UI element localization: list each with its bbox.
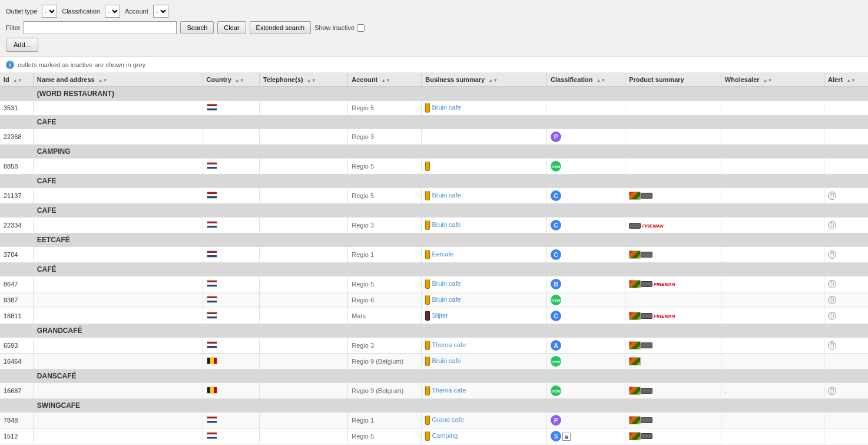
business-link[interactable]: Bruin cafe [432,192,461,199]
cell-alert: ⏱ [824,188,868,204]
table-row[interactable]: 9387 Regio 6 Bruin cafe new ⏱ [0,292,868,308]
filter-input[interactable] [24,21,177,34]
table-row[interactable]: 8647 Regio 5 Bruin cafe B FIREMAN ⏱ [0,276,868,292]
clock-icon[interactable]: ⏱ [828,250,836,259]
business-link[interactable]: Eetcafe [432,250,453,258]
cell-alert: ⏱ [824,383,868,399]
table-row[interactable]: 7848 Regio 1 Grand cafe P [0,413,868,428]
table-row[interactable]: 22368 Regio 3 P [0,129,868,145]
table-row[interactable]: 8858 Regio 5 new [0,159,868,174]
business-link[interactable]: Bruin cafe [432,104,461,111]
flag-nl [207,162,217,169]
clock-icon[interactable]: ⏱ [828,192,836,200]
category-row: CAFE [0,204,868,217]
cell-name [33,338,203,354]
product-tank-icon [641,342,652,348]
cell-id: 3531 [0,101,33,116]
outlet-type-select[interactable]: - [42,5,57,18]
table-row[interactable]: 21137 Regio 5 Bruin cafe C ⏱ [0,188,868,204]
wine-icon [425,311,430,321]
table-header: Id ▲▼ Name and address ▲▼ Country ▲▼ Tel… [0,73,868,87]
category-id [0,370,33,383]
col-header-classification[interactable]: Classification ▲▼ [547,73,625,87]
info-bar: i outlets marked as inactive are shown i… [0,57,868,73]
business-link[interactable]: Bruin cafe [432,296,461,303]
classification-select[interactable]: - [105,5,120,18]
category-id [0,204,33,217]
col-header-wholesaler[interactable]: Wholesaler ▲▼ [721,73,824,87]
table-row[interactable]: 3704 Regio 1 Eetcafe C ⏱ [0,247,868,263]
clock-icon[interactable]: ⏱ [828,341,836,350]
table-row[interactable]: 1512 Regio 5 Camping S▦ [0,428,868,444]
col-header-name[interactable]: Name and address ▲▼ [33,73,203,87]
table-row[interactable]: 6593 Regio 3 Thema cafe A ⏱ [0,338,868,354]
search-button[interactable]: Search [180,21,214,34]
cell-product: FIREMAN [625,276,721,292]
cell-business: Thema cafe [422,338,547,354]
business-link[interactable]: Bruin cafe [432,357,461,364]
cell-classification: B [547,276,625,292]
extended-search-button[interactable]: Extended search [250,21,312,34]
category-id [0,116,33,129]
add-button[interactable]: Add... [6,38,38,52]
badge-c: C [551,249,561,260]
col-header-business[interactable]: Business summary ▲▼ [422,73,547,87]
classification-label: Classification [62,8,100,15]
table-row[interactable]: 18811 Mats Slijter C FIREMAN ⏱ [0,308,868,324]
clear-button[interactable]: Clear [217,21,246,34]
table-row[interactable]: 3531 Regio 5 Bruin cafe [0,101,868,116]
beer-icon [425,416,430,425]
beer-icon [425,341,430,350]
col-header-account[interactable]: Account ▲▼ [348,73,422,87]
business-link[interactable]: Slijter [432,312,448,319]
col-header-id[interactable]: Id ▲▼ [0,73,33,87]
cell-wholesaler [721,308,824,324]
box-icon: ▦ [562,433,571,441]
cell-tel [260,247,348,263]
cell-alert [824,159,868,174]
flag-be [207,387,217,394]
fireman-label: FIREMAN [654,314,675,319]
cell-account: Mats [348,308,422,324]
clock-icon[interactable]: ⏱ [828,280,836,288]
clock-icon[interactable]: ⏱ [828,221,836,229]
clock-icon[interactable]: ⏱ [828,312,836,320]
show-inactive-checkbox[interactable] [357,24,365,32]
cell-alert: ⏱ [824,276,868,292]
clock-icon[interactable]: ⏱ [828,296,836,304]
category-id [0,87,33,101]
cell-account: Regio 3 [348,217,422,233]
info-icon: i [6,61,14,69]
cell-id: 16687 [0,383,33,399]
account-select[interactable]: - [153,5,168,18]
cell-tel [260,308,348,324]
filter-label: Filter [6,24,20,31]
business-link[interactable]: Thema cafe [432,341,466,348]
cell-alert [824,354,868,370]
table-row[interactable]: 16687 Regio 9 (Belgium) Thema cafe new .… [0,383,868,399]
flag-nl [207,432,217,439]
business-link[interactable]: Bruin cafe [432,221,461,228]
badge-a: A [551,340,561,351]
category-name: CAFE [33,116,868,129]
cell-tel [260,354,348,370]
product-sticker-icon [629,280,641,288]
cell-tel [260,413,348,428]
category-row: DANSCAFÉ [0,370,868,383]
col-header-alert[interactable]: Alert ▲▼ [824,73,868,87]
business-link[interactable]: Bruin cafe [432,280,461,287]
business-link[interactable]: Thema cafe [432,387,466,394]
col-header-tel[interactable]: Telephone(s) ▲▼ [260,73,348,87]
business-link[interactable]: Camping [432,432,458,439]
table-row[interactable]: 22334 Regio 3 Bruin cafe C FIREMAN ⏱ [0,217,868,233]
clock-icon[interactable]: ⏱ [828,387,836,395]
cell-business: Bruin cafe [422,101,547,116]
cell-country [203,308,259,324]
table-row[interactable]: 16464 Regio 9 (Belgium) Bruin cafe new [0,354,868,370]
col-header-product[interactable]: Product summary [625,73,721,87]
cell-wholesaler [721,247,824,263]
beer-icon [425,220,430,230]
business-link[interactable]: Grand cafe [432,416,463,423]
category-row: EETCAFÉ [0,233,868,247]
col-header-country[interactable]: Country ▲▼ [203,73,259,87]
